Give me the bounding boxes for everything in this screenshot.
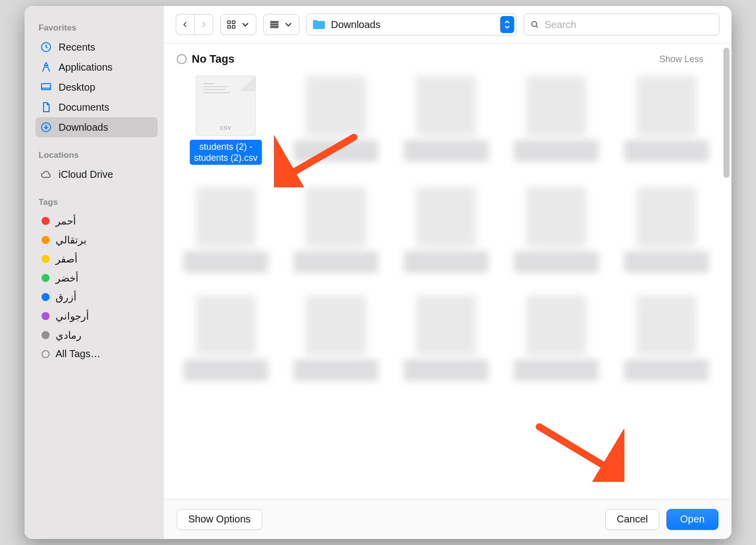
sidebar-section-favorites: Favorites (39, 23, 158, 33)
sidebar-tag-red[interactable]: أحمر (36, 211, 158, 230)
file-item-blurred[interactable] (621, 295, 711, 381)
search-input[interactable] (544, 19, 713, 31)
file-name-label (514, 251, 599, 273)
file-name-label (624, 140, 709, 162)
file-item-blurred[interactable] (181, 187, 271, 273)
file-thumbnail (306, 76, 366, 136)
sidebar-item-label: Desktop (59, 82, 153, 93)
download-icon (40, 121, 53, 134)
sidebar-tag-yellow[interactable]: أصفر (36, 249, 158, 268)
file-name-label (404, 140, 489, 162)
file-item-blurred[interactable] (621, 76, 711, 165)
back-button[interactable] (176, 14, 194, 35)
file-thumbnail (526, 295, 586, 355)
sidebar-item-label: أخضر (56, 272, 153, 284)
file-name-label (293, 251, 379, 273)
tag-dot-icon (42, 217, 50, 225)
file-thumbnail (196, 187, 256, 247)
file-item-blurred[interactable] (401, 187, 491, 273)
tag-dot-icon (42, 236, 50, 244)
sidebar-tag-orange[interactable]: برتقالي (36, 230, 158, 249)
desktop-icon (40, 81, 53, 94)
sidebar-item-label: Documents (59, 102, 153, 113)
file-thumbnail (636, 295, 696, 355)
file-item-blurred[interactable] (401, 76, 491, 165)
sidebar-tag-blue[interactable]: أزرق (36, 288, 158, 307)
file-thumbnail (306, 187, 366, 247)
chevron-right-icon (200, 21, 208, 29)
file-name-label (514, 359, 599, 381)
file-name-label (293, 140, 379, 162)
svg-point-13 (532, 22, 537, 27)
sidebar-item-desktop[interactable]: Desktop (36, 77, 158, 97)
sidebar-item-label: أحمر (56, 215, 153, 227)
open-button[interactable]: Open (666, 509, 718, 530)
file-name-label (514, 140, 599, 162)
svg-rect-5 (228, 26, 231, 29)
file-item-blurred[interactable] (401, 295, 491, 381)
file-item-blurred[interactable] (511, 76, 601, 165)
search-field[interactable] (524, 14, 719, 36)
sidebar-tag-purple[interactable]: أرجواني (36, 307, 158, 326)
sidebar-tag-gray[interactable]: رمادي (36, 326, 158, 345)
file-grid: csv students (2) - students (2).csv (164, 71, 731, 396)
sidebar-item-applications[interactable]: Applications (36, 57, 158, 77)
file-grid-area: No Tags Show Less csv (164, 43, 731, 499)
sidebar-item-icloud-drive[interactable]: iCloud Drive (36, 164, 158, 184)
tag-dot-icon (42, 312, 50, 320)
clock-icon (40, 41, 53, 54)
sidebar-item-documents[interactable]: Documents (36, 97, 158, 117)
cancel-button[interactable]: Cancel (605, 509, 659, 530)
sidebar-item-label: أزرق (56, 291, 153, 303)
svg-rect-6 (232, 26, 235, 29)
file-item-blurred[interactable] (511, 295, 601, 381)
view-mode-icon-button[interactable] (220, 14, 256, 35)
open-file-dialog: Favorites Recents Applications (25, 6, 731, 539)
file-thumbnail (636, 187, 696, 247)
file-name-label (183, 359, 268, 381)
svg-rect-1 (42, 84, 51, 90)
sidebar-item-label: Downloads (59, 122, 153, 133)
group-by-button[interactable] (263, 14, 299, 35)
forward-button[interactable] (194, 14, 213, 35)
file-thumbnail (306, 295, 366, 355)
file-item-blurred[interactable] (181, 295, 271, 381)
sidebar-item-label: Recents (59, 42, 153, 53)
sidebar: Favorites Recents Applications (25, 6, 164, 539)
file-name-label (404, 359, 489, 381)
file-name-label (183, 251, 268, 273)
group-title: No Tags (192, 53, 234, 66)
file-item-blurred[interactable] (291, 187, 381, 273)
file-item-students-csv[interactable]: csv students (2) - students (2).csv (181, 76, 271, 165)
svg-rect-11 (273, 26, 275, 28)
file-extension-badge: csv (196, 124, 255, 131)
svg-rect-12 (276, 26, 278, 28)
show-options-button[interactable]: Show Options (177, 509, 262, 530)
file-item-blurred[interactable] (291, 76, 381, 165)
sidebar-tag-green[interactable]: أخضر (36, 268, 158, 288)
svg-rect-4 (232, 21, 235, 24)
file-thumbnail: csv (196, 76, 256, 136)
sidebar-item-label: أرجواني (56, 310, 153, 322)
file-thumbnail (416, 295, 476, 355)
show-less-button[interactable]: Show Less (659, 54, 718, 65)
file-item-blurred[interactable] (621, 187, 711, 273)
svg-rect-7 (271, 22, 273, 24)
sidebar-item-downloads[interactable]: Downloads (36, 117, 158, 137)
app-icon (40, 61, 53, 74)
location-popup[interactable]: Downloads (306, 14, 517, 36)
cloud-icon (40, 168, 53, 181)
sidebar-item-label: All Tags… (56, 348, 153, 360)
sidebar-item-recents[interactable]: Recents (36, 37, 158, 57)
all-tags-icon (42, 350, 50, 358)
file-thumbnail (636, 76, 696, 136)
tag-dot-icon (42, 255, 50, 263)
sidebar-item-all-tags[interactable]: All Tags… (36, 345, 158, 363)
file-name-label (624, 251, 709, 273)
file-item-blurred[interactable] (511, 187, 601, 273)
location-label: Downloads (331, 19, 495, 31)
file-item-blurred[interactable] (291, 295, 381, 381)
sidebar-item-label: أصفر (56, 253, 153, 265)
file-name-label (404, 251, 489, 273)
scrollbar[interactable] (723, 48, 729, 178)
